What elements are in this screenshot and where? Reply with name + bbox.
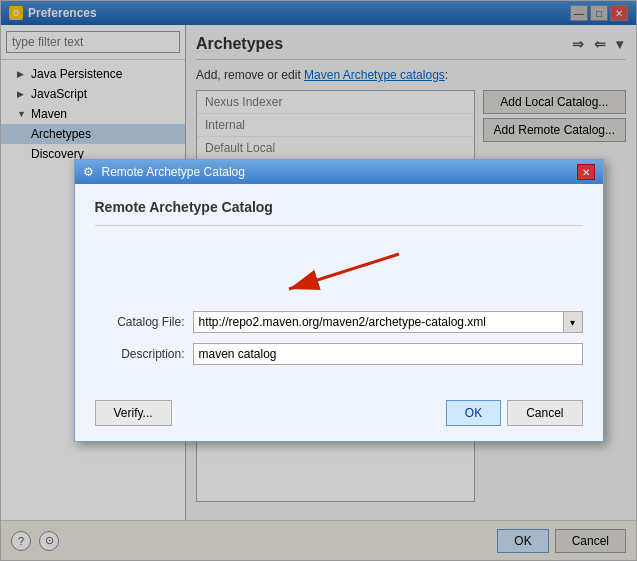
remote-archetype-dialog: ⚙ Remote Archetype Catalog ✕ Remote Arch… (74, 159, 604, 442)
dialog-cancel-button[interactable]: Cancel (507, 400, 582, 426)
catalog-file-input[interactable] (193, 311, 563, 333)
arrow-area (95, 241, 583, 301)
dialog-title-bar: ⚙ Remote Archetype Catalog ✕ (75, 160, 603, 184)
description-input[interactable] (193, 343, 583, 365)
dialog-ok-button[interactable]: OK (446, 400, 501, 426)
dialog-ok-cancel: OK Cancel (446, 400, 583, 426)
catalog-dropdown-button[interactable]: ▾ (563, 311, 583, 333)
catalog-file-row: Catalog File: ▾ (95, 311, 583, 333)
catalog-file-input-group: ▾ (193, 311, 583, 333)
dialog-heading: Remote Archetype Catalog (95, 199, 583, 226)
dialog-title-left: ⚙ Remote Archetype Catalog (83, 165, 245, 179)
red-arrow-icon (239, 244, 439, 299)
description-row: Description: (95, 343, 583, 365)
dialog-footer: Verify... OK Cancel (75, 390, 603, 441)
dialog-title-text: Remote Archetype Catalog (102, 165, 245, 179)
description-label: Description: (95, 347, 185, 361)
svg-line-1 (289, 254, 399, 289)
dialog-body: Remote Archetype Catalog Catalog Fi (75, 184, 603, 390)
modal-overlay: ⚙ Remote Archetype Catalog ✕ Remote Arch… (1, 1, 636, 560)
dialog-icon: ⚙ (83, 165, 97, 179)
preferences-window: ⚙ Preferences — □ ✕ ▶ Java Persistence ▶… (0, 0, 637, 561)
catalog-file-label: Catalog File: (95, 315, 185, 329)
verify-button[interactable]: Verify... (95, 400, 172, 426)
dialog-close-button[interactable]: ✕ (577, 164, 595, 180)
